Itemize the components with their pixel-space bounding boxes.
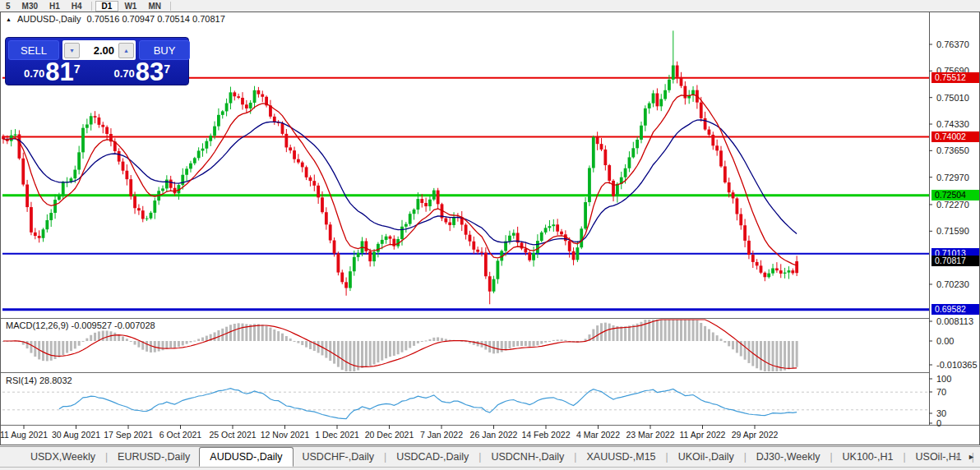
candle-body — [417, 199, 420, 210]
mt4-app: 5M30H1H4D1W1MN ▲ AUDUSD-,Daily 0.70516 0… — [0, 0, 980, 470]
macd-histogram-bar — [178, 341, 180, 347]
macd-histogram-bar — [66, 341, 68, 353]
ma-fast-line — [3, 94, 797, 265]
candle-body — [652, 94, 655, 104]
macd-histogram-bar — [421, 341, 423, 342]
chart-tab-uk100h1[interactable]: UK100-,H1 — [834, 449, 903, 465]
macd-histogram-bar — [122, 336, 124, 341]
macd-histogram-bar — [768, 341, 770, 371]
toolbar-separator — [91, 2, 92, 11]
chart-tab-usdchfdaily[interactable]: USDCHF-,Daily — [294, 449, 384, 465]
macd-histogram-bar — [744, 341, 747, 360]
macd-histogram-bar — [520, 341, 523, 346]
chart-tab-ukoildaily[interactable]: UKOil-,Daily — [669, 449, 743, 465]
macd-histogram-bar — [285, 336, 288, 341]
candle-body — [189, 164, 192, 169]
candle-body — [472, 242, 475, 250]
candle-body — [38, 236, 41, 238]
candle-body — [428, 200, 432, 206]
candle-body — [775, 269, 779, 271]
macd-histogram-bar — [169, 341, 172, 348]
candle-body — [784, 273, 787, 274]
tab-scroll-left-icon[interactable]: ◄ — [953, 453, 960, 461]
candle-body — [344, 282, 348, 288]
macd-histogram-bar — [58, 341, 60, 357]
candle-body — [732, 192, 735, 198]
macd-histogram-bar — [592, 329, 594, 341]
macd-histogram-bar — [656, 320, 659, 341]
candle-body — [497, 260, 500, 279]
chart-tab-usdcnhdaily[interactable]: USDCNH-,Daily — [482, 449, 573, 465]
candle-body — [612, 181, 615, 196]
timeframe-button-mn[interactable]: MN — [142, 1, 167, 12]
chart-tab-audusddaily[interactable]: AUDUSD-,Daily — [199, 447, 293, 467]
macd-histogram-bar — [126, 339, 128, 341]
candle-body — [476, 250, 479, 252]
chart-tab-eurusddaily[interactable]: EURUSD-,Daily — [109, 449, 199, 465]
chart-tab-usdxweekly[interactable]: USDX,Weekly — [21, 449, 104, 465]
sell-price-box[interactable]: 0.70 81 7 — [8, 62, 96, 82]
chart-tab-hk50[interactable]: HK50-, — [975, 449, 980, 465]
candle-body — [452, 217, 455, 225]
macd-histogram-bar — [497, 341, 499, 353]
candle-body — [289, 147, 292, 150]
macd-histogram-bar — [720, 339, 723, 341]
buy-price-box[interactable]: 0.70 83 7 — [99, 62, 187, 82]
macd-histogram-bar — [628, 325, 631, 341]
candle-body — [711, 135, 714, 145]
timeframe-button-h4[interactable]: H4 — [66, 1, 88, 12]
macd-header: MACD(12,26,9) -0.009527 -0.007028 — [6, 320, 155, 330]
timeframe-button-d1[interactable]: D1 — [95, 1, 119, 12]
macd-histogram-bar — [301, 341, 303, 345]
candle-body — [353, 257, 356, 271]
macd-histogram-bar — [34, 341, 36, 357]
candle-body — [261, 94, 264, 97]
candle-body — [767, 274, 770, 278]
volume-increase-button[interactable]: ▲ — [118, 43, 134, 58]
macd-histogram-bar — [557, 339, 559, 341]
timeframe-button-m30[interactable]: M30 — [16, 1, 44, 12]
candle-body — [432, 191, 436, 200]
macd-histogram-bar — [305, 341, 307, 348]
candle-body — [659, 99, 663, 107]
macd-histogram-bar — [42, 341, 44, 361]
chart-symbol-label: AUDUSD-,Daily — [17, 14, 81, 24]
macd-histogram-bar — [608, 324, 611, 341]
candle-body — [333, 241, 336, 254]
candle-body — [448, 223, 451, 225]
chart-tab-xauusdm15[interactable]: XAUUSD-,M15 — [577, 449, 664, 465]
timeframe-button-5[interactable]: 5 — [0, 1, 16, 12]
macd-histogram-bar — [652, 320, 654, 341]
toolbar-separator — [170, 2, 171, 11]
macd-histogram-bar — [238, 323, 240, 341]
macd-histogram-bar — [723, 341, 726, 343]
macd-histogram-bar — [377, 341, 379, 362]
candle-body — [524, 248, 527, 252]
volume-input[interactable] — [80, 44, 118, 58]
tab-scroll-arrows: ◄ ► — [953, 453, 975, 461]
timeframe-button-w1[interactable]: W1 — [118, 1, 142, 12]
candle-body — [305, 167, 308, 177]
macd-histogram-bar — [796, 341, 798, 367]
macd-histogram-bar — [432, 338, 435, 341]
timeframe-button-h1[interactable]: H1 — [44, 1, 66, 12]
candle-body — [193, 158, 196, 163]
chart-tab-dj30weekly[interactable]: DJ30-,Weekly — [747, 449, 830, 465]
macd-histogram-bar — [253, 324, 256, 341]
candle-body — [34, 233, 37, 236]
candle-body — [49, 213, 53, 220]
candle-body — [213, 127, 216, 136]
candle-body — [181, 175, 184, 185]
macd-histogram-bar — [596, 325, 599, 341]
collapse-arrow-icon[interactable]: ▲ — [6, 16, 12, 22]
candle-body — [568, 241, 571, 251]
tab-scroll-right-icon[interactable]: ► — [968, 453, 975, 461]
chart-tab-usdcaddaily[interactable]: USDCAD-,Daily — [387, 449, 478, 465]
macd-histogram-bar — [512, 341, 515, 347]
macd-histogram-bar — [792, 341, 794, 368]
candle-body — [42, 229, 45, 238]
volume-decrease-button[interactable]: ▼ — [64, 43, 80, 58]
macd-histogram-bar — [26, 341, 29, 348]
macd-histogram-bar — [441, 338, 443, 341]
candle-body — [237, 96, 240, 98]
